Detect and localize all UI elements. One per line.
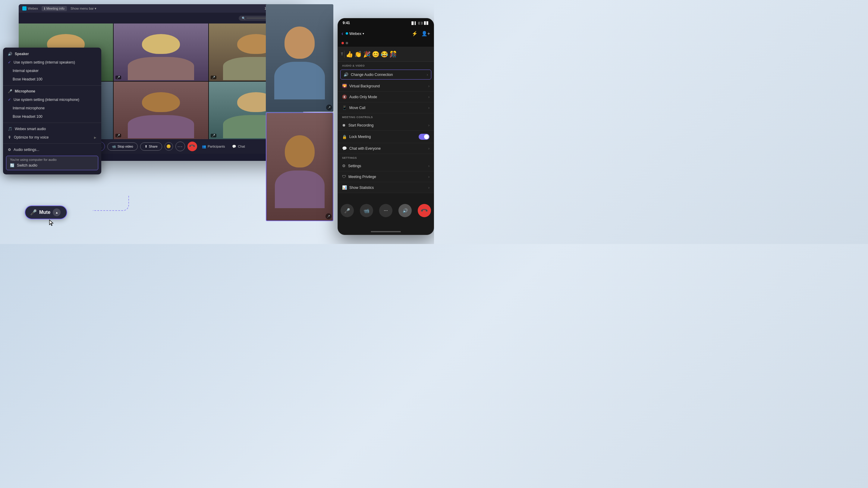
privilege-icon: 🛡 <box>342 174 346 179</box>
meeting-info-badge[interactable]: ℹ Meeting info <box>41 6 67 11</box>
optimize-voice-item[interactable]: 🎙 Optimize for my voice ▶ <box>3 133 101 141</box>
settings-icon: ⚙ <box>342 164 346 168</box>
mute-bottom-button[interactable]: 🎤 Mute ▲ <box>25 205 67 219</box>
ellipsis-icon: ··· <box>178 144 183 149</box>
speaker-icon: 🔊 <box>8 52 12 56</box>
change-audio-item[interactable]: 🔊 Change Audio Connection › <box>340 70 431 79</box>
settings-label: Settings <box>348 164 428 168</box>
mobile-back-button[interactable]: ‹ <box>341 30 343 37</box>
share-label: Share <box>149 144 158 148</box>
mic-badge-2: 🎤 <box>116 76 121 79</box>
thumbs-up-emoji[interactable]: 👍 <box>346 51 353 58</box>
signal-icon: ▐▌▌ <box>410 22 417 25</box>
smart-audio-label: Webex smart audio <box>15 127 46 131</box>
chat-button[interactable]: 💬 Chat <box>230 143 247 150</box>
stop-video-button[interactable]: 📹 Stop video <box>107 142 138 151</box>
use-system-setting-speaker[interactable]: ✓ Use system setting (internal speakers) <box>3 58 101 67</box>
lock-toggle[interactable] <box>418 134 430 140</box>
smart-audio-icon: 🎵 <box>8 127 12 131</box>
mobile-bottom-controls: 🎤 📹 ··· 🔊 📞 <box>338 201 434 220</box>
mobile-mute-button[interactable]: 🎤 <box>341 204 354 217</box>
move-call-arrow: › <box>428 106 430 110</box>
audio-only-item[interactable]: 🔇 Audio Only Mode › <box>338 92 434 102</box>
internal-microphone-item[interactable]: Internal microphone <box>3 104 101 112</box>
virtual-bg-item[interactable]: 🌄 Virtual Background › <box>338 81 434 92</box>
mobile-nav-icons: ⚡ 👤+ <box>412 31 430 36</box>
mouse-cursor <box>48 219 56 227</box>
internal-speaker-label: Internal speaker <box>13 69 38 73</box>
smile-emoji[interactable]: 😊 <box>372 51 379 58</box>
mobile-more-button[interactable]: ··· <box>379 204 393 217</box>
audio-settings-left: ⚙ Audio settings... <box>8 148 39 152</box>
webex-dot <box>346 32 348 35</box>
using-computer-text: You're using computer for audio <box>10 158 94 161</box>
switch-audio-item[interactable]: 🔄 Switch audio <box>10 163 94 168</box>
lock-meeting-item[interactable]: 🔒 Lock Meeting <box>338 131 434 143</box>
microphone-section-icon: 🎤 <box>8 89 12 93</box>
settings-section-title: SETTINGS <box>338 154 434 161</box>
more-options-button[interactable]: ··· <box>176 141 185 151</box>
mobile-video-button[interactable]: 📹 <box>360 204 373 217</box>
audio-only-arrow: › <box>428 95 430 99</box>
meeting-privilege-item[interactable]: 🛡 Meeting Privilege › <box>338 171 434 182</box>
share-icon: ⬆ <box>145 144 147 149</box>
party-emoji[interactable]: 🎉 <box>363 51 371 58</box>
chat-icon-mobile: 💬 <box>342 146 347 151</box>
internal-speaker-item[interactable]: Internal speaker <box>3 67 101 75</box>
settings-item[interactable]: ⚙ Settings › <box>338 161 434 171</box>
share-button[interactable]: ⬆ Share <box>140 142 162 151</box>
mute-caret[interactable]: ▲ <box>53 208 61 216</box>
switch-audio-label: Switch audio <box>17 163 37 167</box>
webex-logo: Webex <box>22 6 38 10</box>
app-title: Webex <box>28 7 38 10</box>
show-menu-bar[interactable]: Show menu bar ▾ <box>70 7 96 10</box>
divider-3 <box>3 143 101 144</box>
end-call-icon: 📞 <box>189 143 195 150</box>
wifi-icon: ((·)) <box>418 22 423 25</box>
celebration-emoji[interactable]: 🎊 <box>390 51 397 58</box>
check-icon: ✓ <box>8 60 11 64</box>
chat-label: Chat <box>238 144 245 148</box>
gear-icon: ⚙ <box>8 148 11 152</box>
check-icon-mic: ✓ <box>8 97 11 102</box>
info-icon: ℹ <box>44 7 45 10</box>
start-recording-arrow: › <box>428 123 430 127</box>
start-recording-label: Start Recording <box>348 123 428 127</box>
webex-smart-audio-item[interactable]: 🎵 Webex smart audio <box>3 125 101 133</box>
right-thumb-2: 🎤 <box>266 112 333 221</box>
mobile-end-call-button[interactable]: 📞 <box>418 204 431 217</box>
bose-headset-speaker-item[interactable]: Bose Headset 100 <box>3 75 101 84</box>
start-recording-item[interactable]: ⏺ Start Recording › <box>338 120 434 131</box>
move-call-item[interactable]: 📱 Move Call › <box>338 102 434 113</box>
search-icon: 🔍 <box>242 17 245 20</box>
show-statistics-item[interactable]: 📊 Show Statistics › <box>338 182 434 193</box>
audio-settings-label: Audio settings... <box>13 148 39 152</box>
recording-icon: ⏺ <box>342 123 346 127</box>
audio-settings-item[interactable]: ⚙ Audio settings... <box>3 145 101 154</box>
participants-icon: 👥 <box>202 144 206 149</box>
chat-everyone-label: Chat with Everyone <box>349 147 428 151</box>
dashed-arrow <box>93 196 129 211</box>
audio-only-icon: 🔇 <box>342 95 347 99</box>
laugh-emoji[interactable]: 😂 <box>381 51 388 58</box>
use-system-setting-label: Use system setting (internal speakers) <box>13 60 75 64</box>
toggle-knob <box>424 134 429 139</box>
clap-emoji[interactable]: 👏 <box>354 51 362 58</box>
virtual-bg-icon: 🌄 <box>342 84 347 88</box>
mobile-time: 9:41 <box>343 21 350 25</box>
participants-button[interactable]: 👥 Participants <box>199 143 227 150</box>
participants-label: Participants <box>208 144 225 148</box>
end-call-button[interactable]: 📞 <box>187 141 197 151</box>
person-add-icon: 👤+ <box>421 31 430 36</box>
reactions-button[interactable]: 😊 <box>164 142 173 151</box>
show-statistics-label: Show Statistics <box>349 186 428 190</box>
audio-video-section: AUDIO & VIDEO 🔊 Change Audio Connection … <box>338 62 434 113</box>
use-system-mic-label: Use system setting (internal microphone) <box>13 98 79 102</box>
bose-headset-mic-item[interactable]: Bose Headset 100 <box>3 112 101 121</box>
use-system-setting-mic[interactable]: ✓ Use system setting (internal microphon… <box>3 95 101 104</box>
mobile-nav-bar: ‹ Webex ▾ ⚡ 👤+ <box>338 27 434 39</box>
mobile-status-bar: 9:41 ▐▌▌ ((·)) ▊▊ <box>338 19 434 27</box>
mobile-ellipsis-icon: ··· <box>384 208 388 213</box>
mobile-speaker-button[interactable]: 🔊 <box>398 204 412 217</box>
chat-everyone-item[interactable]: 💬 Chat with Everyone › <box>338 143 434 154</box>
